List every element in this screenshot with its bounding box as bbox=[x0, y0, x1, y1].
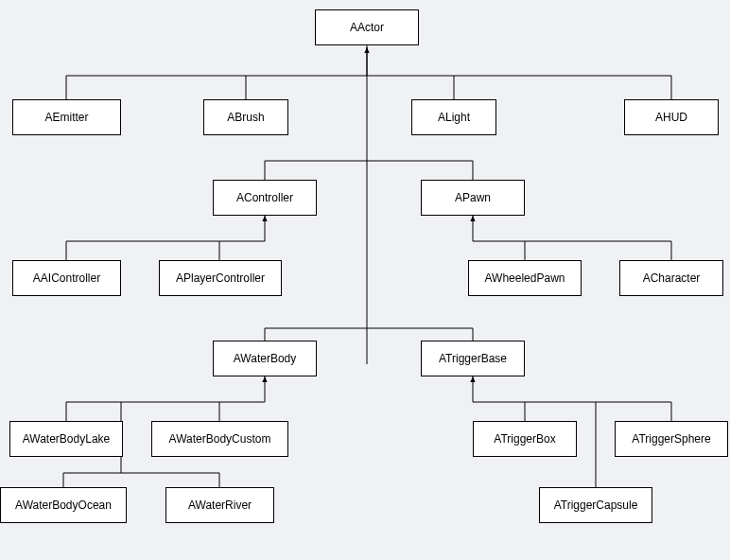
node-label: AAIController bbox=[33, 271, 100, 285]
node-acharacter: ACharacter bbox=[619, 260, 723, 296]
node-awaterbodyocean: AWaterBodyOcean bbox=[0, 487, 127, 523]
node-awheeledpawn: AWheeledPawn bbox=[468, 260, 582, 296]
node-atriggersphere: ATriggerSphere bbox=[615, 421, 728, 457]
node-label: ATriggerCapsule bbox=[554, 499, 638, 512]
node-label: ABrush bbox=[227, 111, 264, 124]
node-ahud: AHUD bbox=[624, 99, 719, 135]
diagram-canvas: AActor AEmitter ABrush ALight AHUD ACont… bbox=[0, 0, 730, 560]
node-awaterbodylake: AWaterBodyLake bbox=[9, 421, 123, 457]
node-aplayercontroller: APlayerController bbox=[159, 260, 282, 296]
node-label: AWaterBodyCustom bbox=[169, 432, 271, 446]
node-label: AWaterBodyOcean bbox=[15, 499, 112, 512]
node-aemitter: AEmitter bbox=[12, 99, 121, 135]
node-aactor: AActor bbox=[315, 9, 419, 45]
node-label: AWaterBody bbox=[234, 352, 296, 365]
node-label: APlayerController bbox=[176, 271, 265, 285]
node-awaterbody: AWaterBody bbox=[213, 341, 317, 376]
node-label: AActor bbox=[350, 21, 384, 34]
node-aaicontroller: AAIController bbox=[12, 260, 121, 296]
node-label: ATriggerBox bbox=[494, 432, 555, 446]
node-label: AWheeledPawn bbox=[485, 271, 565, 285]
node-label: ALight bbox=[438, 111, 470, 124]
node-label: ATriggerSphere bbox=[632, 432, 710, 446]
node-atriggerbox: ATriggerBox bbox=[473, 421, 577, 457]
node-acontroller: AController bbox=[213, 180, 317, 216]
node-atriggerbase: ATriggerBase bbox=[421, 341, 525, 376]
node-apawn: APawn bbox=[421, 180, 525, 216]
node-label: AEmitter bbox=[44, 111, 88, 124]
node-alight: ALight bbox=[411, 99, 496, 135]
node-atriggercapsule: ATriggerCapsule bbox=[539, 487, 652, 523]
node-label: APawn bbox=[455, 191, 491, 204]
node-label: AWaterBodyLake bbox=[23, 432, 111, 446]
node-label: AController bbox=[236, 191, 293, 204]
node-label: ACharacter bbox=[643, 271, 701, 285]
node-label: ATriggerBase bbox=[439, 352, 507, 365]
node-awaterriver: AWaterRiver bbox=[165, 487, 274, 523]
node-label: AHUD bbox=[655, 111, 687, 124]
node-awaterbodycustom: AWaterBodyCustom bbox=[151, 421, 288, 457]
node-abrush: ABrush bbox=[203, 99, 288, 135]
node-label: AWaterRiver bbox=[188, 499, 252, 512]
